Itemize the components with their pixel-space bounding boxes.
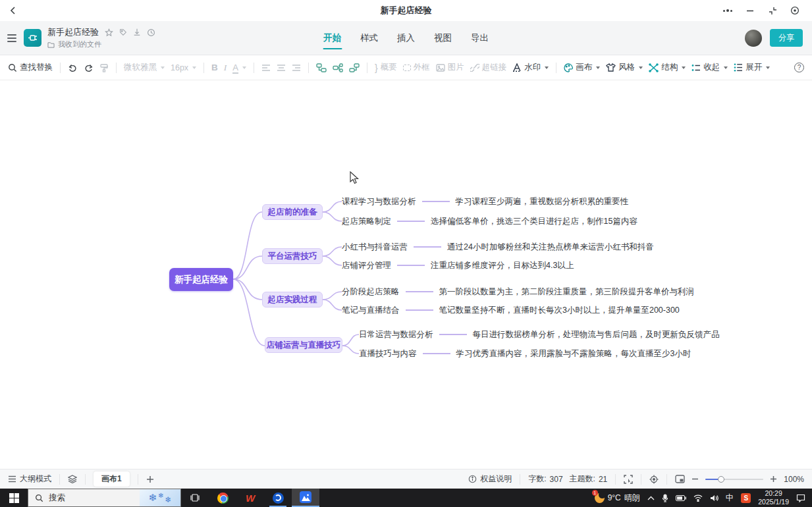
more-menu-icon[interactable] xyxy=(722,5,733,16)
image-button[interactable]: 图片 xyxy=(436,62,464,73)
format-painter-button[interactable] xyxy=(99,63,109,72)
mindmap-branch-node[interactable]: 店铺运营与直播技巧 xyxy=(265,337,342,353)
outer-frame-button[interactable]: 外框 xyxy=(403,62,430,73)
add-canvas-button[interactable] xyxy=(146,475,154,483)
zoom-out-button[interactable] xyxy=(691,474,699,484)
tab-export[interactable]: 导出 xyxy=(470,30,489,47)
mindmap-detail-node[interactable]: 笔记数量坚持不断，直播时长每次3小时以上，提升单量至200-300 xyxy=(439,305,680,316)
mindmap-root-node[interactable]: 新手起店经验 xyxy=(169,268,233,291)
target-mode-icon[interactable] xyxy=(790,5,800,16)
battery-tray-icon[interactable] xyxy=(676,495,686,501)
mindmap-subtopic-node[interactable]: 日常运营与数据分析 xyxy=(359,329,433,340)
back-button[interactable] xyxy=(0,6,26,15)
rights-info-button[interactable]: 权益说明 xyxy=(468,473,512,485)
mindmap-detail-node[interactable]: 选择偏低客单价，挑选三个类目进行起店，制作15篇内容 xyxy=(431,216,637,227)
folder-icon xyxy=(47,41,55,48)
task-view-button[interactable] xyxy=(181,489,209,507)
ime-indicator[interactable]: 中 xyxy=(726,493,734,504)
mindmap-detail-node[interactable]: 学习课程至少两遍，重视数据分析积累的重要性 xyxy=(456,196,629,207)
tab-insert[interactable]: 插入 xyxy=(396,30,416,47)
minimap-button[interactable] xyxy=(675,475,685,483)
tag-icon[interactable] xyxy=(119,28,127,36)
mindmap-subtopic-node[interactable]: 店铺评分管理 xyxy=(342,260,391,271)
search-input[interactable] xyxy=(49,493,121,502)
restore-window-icon[interactable] xyxy=(767,5,778,16)
collapse-button[interactable]: 收起 xyxy=(691,62,728,73)
chrome-app-button[interactable] xyxy=(209,489,236,507)
expand-button[interactable]: 展开 xyxy=(734,62,770,73)
insert-child-topic-button[interactable] xyxy=(333,63,343,72)
main-menu-icon[interactable] xyxy=(0,34,24,42)
watermark-button[interactable]: 水印 xyxy=(512,62,549,73)
insert-sibling-topic-button[interactable] xyxy=(316,63,327,72)
bold-button[interactable]: B xyxy=(211,63,218,72)
font-color-button[interactable]: A xyxy=(232,63,246,72)
mindmap-subtopic-node[interactable]: 小红书与抖音运营 xyxy=(342,242,408,253)
style-button[interactable]: 风格 xyxy=(606,62,643,73)
outline-mode-button[interactable]: 大纲模式 xyxy=(8,473,51,485)
mindmap-subtopic-node[interactable]: 笔记与直播结合 xyxy=(342,305,400,316)
mindmap-detail-node[interactable]: 第一阶段以数量为主，第二阶段注重质量，第三阶段提升客单价与利润 xyxy=(439,286,695,298)
tab-view[interactable]: 视图 xyxy=(433,30,452,47)
taskbar-clock[interactable]: 20:29 2025/1/19 xyxy=(758,489,789,506)
download-icon[interactable] xyxy=(133,28,141,36)
star-icon[interactable] xyxy=(105,28,113,37)
mindmap-detail-node[interactable]: 学习优秀直播内容，采用露脸与不露脸策略，每次直播至少3小时 xyxy=(456,348,691,360)
layers-button[interactable] xyxy=(68,475,77,483)
hidden-icons-button[interactable] xyxy=(647,496,655,500)
microphone-tray-icon[interactable] xyxy=(662,494,668,502)
mindmap-subtopic-node[interactable]: 课程学习与数据分析 xyxy=(342,196,416,207)
weather-widget-snow[interactable]: ❄❄❄ xyxy=(140,489,180,506)
redo-button[interactable] xyxy=(84,63,94,72)
zoom-slider-knob[interactable] xyxy=(718,476,724,483)
mindmap-subtopic-node[interactable]: 直播技巧与内容 xyxy=(359,348,417,360)
share-button[interactable]: 分享 xyxy=(770,29,803,47)
sogou-ime-icon[interactable]: S xyxy=(741,493,751,503)
mindmap-canvas[interactable]: 新手起店经验 起店前的准备 平台运营技巧 起店实践过程 店铺运营与直播技巧 课程… xyxy=(0,80,812,469)
start-button[interactable] xyxy=(0,489,28,507)
hyperlink-button[interactable]: 超链接 xyxy=(470,62,507,73)
canvas-tab[interactable]: 画布1 xyxy=(94,471,130,487)
tab-start[interactable]: 开始 xyxy=(323,30,342,47)
locate-center-button[interactable] xyxy=(649,475,659,484)
structure-button[interactable]: 结构 xyxy=(649,62,686,73)
align-center-button[interactable] xyxy=(277,64,286,72)
align-right-button[interactable] xyxy=(292,64,301,72)
wifi-tray-icon[interactable] xyxy=(693,494,703,502)
fit-screen-button[interactable] xyxy=(624,475,633,484)
canvas-button[interactable]: 画布 xyxy=(564,62,600,73)
volume-tray-icon[interactable] xyxy=(710,494,718,502)
align-left-button[interactable] xyxy=(261,64,271,72)
mindmap-subtopic-node[interactable]: 起店策略制定 xyxy=(342,216,391,227)
zoom-in-button[interactable] xyxy=(770,474,777,484)
user-avatar[interactable] xyxy=(745,30,762,47)
font-size-select[interactable]: 16px xyxy=(171,63,196,72)
mindmap-detail-node[interactable]: 通过24小时加够粉丝和关注热点榜单来运营小红书和抖音 xyxy=(447,242,654,253)
tray-weather[interactable]: 1 9°C 晴朗 xyxy=(595,493,640,504)
mindmap-detail-node[interactable]: 注重店铺多维度评分，目标达到4.3以上 xyxy=(431,260,574,271)
mindmap-branch-node[interactable]: 起店前的准备 xyxy=(262,204,323,220)
connector-dash xyxy=(397,221,425,222)
minimize-icon[interactable] xyxy=(745,5,755,16)
insert-parent-topic-button[interactable] xyxy=(349,63,360,72)
task-view-icon xyxy=(190,493,200,502)
mindmap-branch-node[interactable]: 起店实践过程 xyxy=(262,292,323,307)
doudian-app-button[interactable] xyxy=(264,489,292,507)
mindmap-detail-node[interactable]: 每日进行数据榜单分析，处理物流与售后问题，及时更新负反馈产品 xyxy=(473,329,720,340)
mindmap-app-button[interactable] xyxy=(292,489,319,507)
document-location[interactable]: 我收到的文件 xyxy=(58,40,101,49)
mindmap-subtopic-node[interactable]: 分阶段起店策略 xyxy=(342,286,400,298)
tab-style[interactable]: 样式 xyxy=(360,30,379,47)
wps-app-button[interactable]: W xyxy=(236,489,264,507)
italic-button[interactable]: I xyxy=(224,63,227,73)
help-button[interactable]: ? xyxy=(794,63,804,72)
find-replace-button[interactable]: 查找替换 xyxy=(8,62,53,73)
zoom-slider[interactable] xyxy=(705,479,763,480)
font-family-select[interactable]: 微软雅黑 xyxy=(124,62,165,73)
history-icon[interactable] xyxy=(147,28,155,37)
taskbar-search[interactable]: ❄❄❄ xyxy=(28,489,181,507)
summary-button[interactable]: }概要 xyxy=(375,62,397,73)
action-center-button[interactable] xyxy=(796,494,805,502)
undo-button[interactable] xyxy=(68,63,78,72)
mindmap-branch-node[interactable]: 平台运营技巧 xyxy=(262,248,323,264)
